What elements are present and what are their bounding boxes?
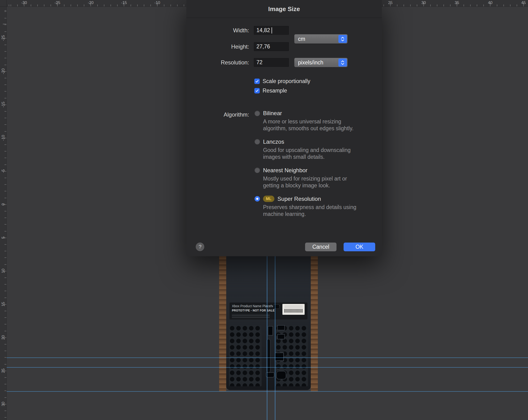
text-caret <box>272 27 272 34</box>
width-input[interactable] <box>254 26 288 35</box>
ok-button[interactable]: OK <box>344 243 375 251</box>
unit-dropdown[interactable]: cm <box>294 34 348 44</box>
dialog-titlebar: Image Size <box>186 0 382 18</box>
ruler-tick-label: -25 <box>1 35 6 41</box>
stepper-chevrons-icon[interactable] <box>338 58 347 67</box>
ml-badge: ML <box>263 196 274 202</box>
ruler-tick-label: 45 <box>521 0 526 5</box>
radio-selected-icon[interactable] <box>254 196 260 201</box>
algorithm-option-name: Bilinear <box>263 110 282 117</box>
ruler-tick-label: 25 <box>1 369 6 373</box>
height-label: Height: <box>186 42 249 51</box>
algorithm-option-nearest-neighbor[interactable]: Nearest Neighbor Mostly used for resizin… <box>254 167 370 189</box>
ruler-tick-label: 40 <box>488 0 492 5</box>
ruler-tick-label: 25 <box>388 0 393 5</box>
serial-sticker <box>282 304 305 315</box>
product-label-subtitle: PROTOTYPE - NOT FOR SALE <box>232 309 275 312</box>
ruler-tick-label: -25 <box>55 0 60 5</box>
scale-proportionally-label: Scale proportionally <box>263 78 310 84</box>
sticker-text-lines <box>284 305 303 308</box>
ruler-tick-label: 5 <box>1 236 6 239</box>
ruler-tick-label: 30 <box>1 402 6 406</box>
product-label-fineprint <box>232 314 270 318</box>
radio-unselected-icon[interactable] <box>254 167 260 173</box>
dialog-title: Image Size <box>186 0 382 18</box>
ethernet-port <box>275 352 284 361</box>
vent-grid-left <box>229 325 262 386</box>
scale-proportionally-row[interactable]: Scale proportionally <box>254 78 310 84</box>
power-port <box>276 371 286 379</box>
app-canvas: -30 -25 -20 -15 -10 25 30 35 40 45 -25 -… <box>0 0 528 420</box>
photo-background-right <box>311 256 318 391</box>
ruler-tick-label: -5 <box>1 169 6 173</box>
cancel-button[interactable]: Cancel <box>305 243 336 251</box>
width-label: Width: <box>186 26 249 35</box>
ruler-tick-label: -15 <box>1 102 6 108</box>
console-back-panel: Xbox Product Name Placeholder PROTOTYPE … <box>226 256 311 390</box>
algorithm-option-lanczos[interactable]: Lanczos Good for upscaling and downscali… <box>254 139 370 161</box>
ruler-tick-label: 0 <box>1 203 6 205</box>
resolution-label: Resolution: <box>186 58 249 67</box>
usb-port <box>277 325 285 330</box>
height-input[interactable] <box>254 43 288 51</box>
ruler-tick-label: 30 <box>421 0 426 5</box>
unit-dropdown-value: cm <box>298 34 305 44</box>
resolution-field <box>254 58 289 67</box>
radio-unselected-icon[interactable] <box>254 139 260 144</box>
ruler-tick-label: 20 <box>1 335 6 340</box>
stepper-chevrons-icon[interactable] <box>338 35 347 43</box>
algorithm-option-name: Super Resolution <box>277 196 321 202</box>
checkbox-checked-icon[interactable] <box>254 88 260 93</box>
ruler-corner <box>0 0 7 7</box>
usb-port <box>277 334 285 339</box>
algorithm-option-description: Good for upscaling and downscaling image… <box>263 147 363 161</box>
product-label-title: Xbox Product Name Placeholder <box>232 304 280 308</box>
help-button[interactable]: ? <box>196 243 204 251</box>
resample-label: Resample <box>263 88 287 94</box>
sticker-barcode <box>284 309 303 313</box>
ruler-tick-label: -30 <box>21 0 27 5</box>
canvas-image-xbox-back: Xbox Product Name Placeholder PROTOTYPE … <box>219 256 318 391</box>
algorithm-option-super-resolution[interactable]: ML Super Resolution Preserves sharpness … <box>254 196 370 218</box>
algorithm-option-name: Nearest Neighbor <box>263 167 307 174</box>
algorithm-option-description: Preserves sharpness and details using ma… <box>263 204 363 218</box>
horizontal-guide[interactable] <box>7 367 528 368</box>
ruler-tick-label: -20 <box>88 0 94 5</box>
product-label-plate: Xbox Product Name Placeholder PROTOTYPE … <box>229 303 307 319</box>
ruler-tick-label: 10 <box>1 269 6 273</box>
radio-unselected-icon[interactable] <box>254 111 260 116</box>
kensington-lock-slot <box>274 305 279 308</box>
image-size-dialog: Image Size Width: cm Height: Resolution:… <box>186 0 382 256</box>
algorithm-option-description: A more or less universal resizing algori… <box>263 118 363 132</box>
ruler-tick-label: -10 <box>155 0 160 5</box>
vertical-ruler: -25 -20 -15 -10 -5 0 5 10 15 20 25 30 <box>0 7 7 420</box>
resolution-unit-value: pixels/inch <box>298 58 323 67</box>
algorithm-option-description: Mostly used for resizing pixel art or ge… <box>263 175 363 189</box>
ruler-tick-label: 35 <box>455 0 459 5</box>
height-field <box>254 42 289 51</box>
usb-port <box>268 326 273 336</box>
resolution-unit-dropdown[interactable]: pixels/inch <box>294 58 348 67</box>
ruler-tick-label: -10 <box>1 135 6 141</box>
ruler-tick-label: -20 <box>1 69 6 74</box>
algorithm-option-bilinear[interactable]: Bilinear A more or less universal resizi… <box>254 110 370 132</box>
checkbox-checked-icon[interactable] <box>254 79 260 84</box>
horizontal-guide[interactable] <box>7 391 528 392</box>
algorithm-label: Algorithm: <box>186 111 249 118</box>
ruler-tick-label: 15 <box>1 302 6 306</box>
resolution-input[interactable] <box>254 58 288 67</box>
horizontal-guide[interactable] <box>7 358 528 358</box>
algorithm-option-name: Lanczos <box>263 139 284 145</box>
algorithm-options: Bilinear A more or less universal resizi… <box>254 110 370 224</box>
photo-background-left <box>219 256 226 391</box>
ruler-tick-label: -15 <box>121 0 127 5</box>
width-field <box>254 26 289 35</box>
resample-row[interactable]: Resample <box>254 88 287 94</box>
